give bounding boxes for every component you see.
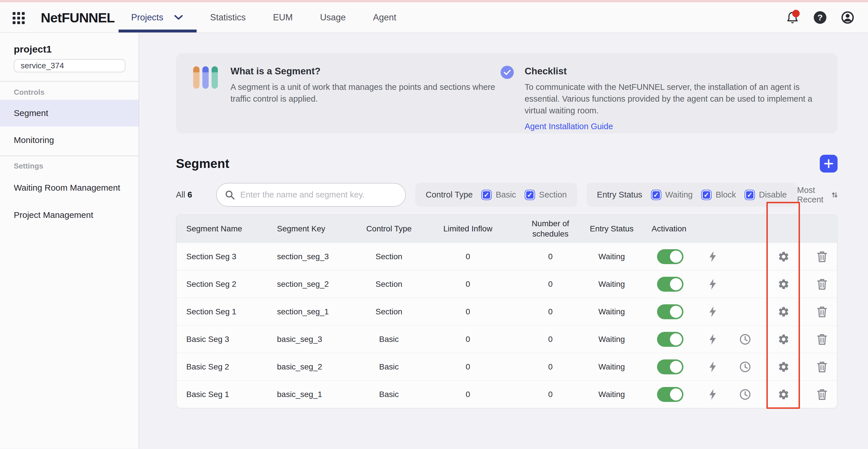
- activation-toggle[interactable]: [657, 304, 683, 319]
- segment-search[interactable]: [216, 183, 406, 207]
- delete-trash-icon[interactable]: [806, 326, 838, 353]
- checkbox-basic-box: ✓: [482, 190, 492, 200]
- nav-tab-usage[interactable]: Usage: [320, 12, 346, 23]
- segment-key-cell: section_seg_1: [271, 298, 363, 325]
- activation-toggle[interactable]: [657, 332, 683, 347]
- limited-inflow-cell: 0: [415, 243, 521, 270]
- activation-toggle[interactable]: [657, 277, 683, 292]
- settings-gear-icon[interactable]: [761, 243, 806, 270]
- checklist-check-icon: [501, 66, 514, 79]
- limited-inflow-cell: 0: [415, 326, 521, 353]
- delete-trash-icon[interactable]: [806, 353, 838, 380]
- segment-key-cell: section_seg_2: [271, 270, 363, 298]
- sort-control[interactable]: Most Recent: [797, 185, 838, 204]
- entry-status-label: Entry Status: [597, 190, 642, 200]
- entry-status-cell: Waiting: [580, 381, 644, 408]
- schedules-cell: 0: [521, 298, 580, 325]
- checkbox-block[interactable]: ✓Block: [701, 190, 736, 200]
- sidebar-item-waiting-room-management[interactable]: Waiting Room Management: [0, 174, 138, 201]
- entry-status-cell: Waiting: [580, 243, 644, 270]
- entry-status-filter: Entry Status ✓Waiting ✓Block ✓Disable: [587, 183, 797, 207]
- activation-toggle[interactable]: [657, 359, 683, 375]
- add-segment-button[interactable]: [820, 155, 838, 173]
- checkbox-section-label: Section: [539, 190, 567, 200]
- total-count-value: 6: [187, 190, 192, 199]
- settings-gear-icon[interactable]: [761, 298, 806, 325]
- settings-gear-icon[interactable]: [761, 270, 806, 298]
- search-input[interactable]: [240, 190, 397, 200]
- banner-what-body: A segment is a unit of work that manages…: [230, 81, 501, 105]
- sidebar-item-segment[interactable]: Segment: [0, 100, 138, 127]
- notification-bell-icon[interactable]: [786, 11, 799, 24]
- delete-trash-icon[interactable]: [806, 381, 838, 408]
- nav-tab-projects[interactable]: Projects: [131, 12, 183, 23]
- project-name: project1: [14, 43, 125, 55]
- delete-trash-icon[interactable]: [806, 270, 838, 298]
- lightning-icon[interactable]: [696, 243, 729, 270]
- page-title: Segment: [176, 156, 229, 171]
- schedules-cell: 0: [521, 243, 580, 270]
- settings-gear-icon[interactable]: [761, 326, 806, 353]
- settings-gear-icon[interactable]: [761, 353, 806, 380]
- active-tab-underline: [119, 30, 197, 32]
- checkbox-waiting-label: Waiting: [665, 190, 693, 200]
- activation-cell: [644, 381, 696, 408]
- lightning-icon[interactable]: [696, 270, 729, 298]
- checkbox-section[interactable]: ✓Section: [525, 190, 567, 200]
- activation-toggle[interactable]: [657, 249, 683, 264]
- sidebar-item-monitoring[interactable]: Monitoring: [0, 127, 138, 154]
- sidebar-item-project-management[interactable]: Project Management: [0, 201, 138, 229]
- segment-name-cell: Basic Seg 3: [177, 326, 271, 353]
- delete-trash-icon[interactable]: [806, 243, 838, 270]
- search-icon: [225, 190, 235, 200]
- lightning-icon[interactable]: [696, 381, 729, 408]
- settings-gear-icon[interactable]: [761, 381, 806, 408]
- top-navbar: NetFUNNEL Projects Statistics EUM Usage …: [0, 2, 868, 33]
- nav-tab-eum[interactable]: EUM: [273, 12, 293, 23]
- lightning-icon[interactable]: [696, 298, 729, 325]
- avatar-icon[interactable]: [841, 11, 854, 24]
- schedule-clock-icon[interactable]: [729, 326, 761, 353]
- nav-tab-eum-label: EUM: [273, 12, 293, 23]
- segment-key-cell: section_seg_3: [271, 243, 363, 270]
- help-icon[interactable]: ?: [813, 11, 827, 24]
- segment-name-cell: Section Seg 1: [177, 298, 271, 325]
- schedule-clock-icon[interactable]: [729, 298, 761, 325]
- delete-trash-icon[interactable]: [806, 298, 838, 325]
- nav-tab-statistics-label: Statistics: [210, 12, 246, 23]
- table-row: Section Seg 3 section_seg_3 Section 0 0 …: [177, 243, 837, 270]
- main-nav: Projects Statistics EUM Usage Agent: [131, 2, 396, 32]
- sidebar-section-settings: Settings: [14, 162, 125, 170]
- checkbox-waiting[interactable]: ✓Waiting: [651, 190, 693, 200]
- top-pink-strip: [0, 0, 868, 2]
- limited-inflow-cell: 0: [415, 298, 521, 325]
- segment-name-cell: Section Seg 3: [177, 243, 271, 270]
- segment-name-cell: Basic Seg 2: [177, 353, 271, 380]
- checkbox-block-box: ✓: [701, 190, 712, 200]
- col-activation: Activation: [644, 215, 696, 243]
- control-type-cell: Section: [363, 298, 415, 325]
- nav-tab-statistics[interactable]: Statistics: [210, 12, 246, 23]
- nav-tab-agent[interactable]: Agent: [373, 12, 396, 23]
- checkbox-section-box: ✓: [525, 190, 535, 200]
- lightning-icon[interactable]: [696, 326, 729, 353]
- checkbox-disable-label: Disable: [759, 190, 787, 200]
- schedule-clock-icon[interactable]: [729, 353, 761, 380]
- checkbox-basic[interactable]: ✓Basic: [482, 190, 516, 200]
- schedule-clock-icon[interactable]: [729, 270, 761, 298]
- sidebar-item-waiting-room-label: Waiting Room Management: [14, 183, 120, 192]
- schedule-clock-icon[interactable]: [729, 243, 761, 270]
- checkbox-disable[interactable]: ✓Disable: [745, 190, 787, 200]
- service-selector[interactable]: service_374: [14, 59, 125, 72]
- table-row: Section Seg 1 section_seg_1 Section 0 0 …: [177, 298, 837, 325]
- segment-key-cell: basic_seg_1: [271, 381, 363, 408]
- agent-installation-guide-link[interactable]: Agent Installation Guide: [525, 122, 613, 131]
- sort-arrows-icon: [832, 190, 838, 200]
- lightning-icon[interactable]: [696, 353, 729, 380]
- entry-status-cell: Waiting: [580, 298, 644, 325]
- app-screen: NetFUNNEL Projects Statistics EUM Usage …: [0, 0, 868, 449]
- segment-name-cell: Basic Seg 1: [177, 381, 271, 408]
- activation-toggle[interactable]: [657, 387, 683, 402]
- schedule-clock-icon[interactable]: [729, 381, 761, 408]
- apps-grid-icon[interactable]: [12, 12, 25, 25]
